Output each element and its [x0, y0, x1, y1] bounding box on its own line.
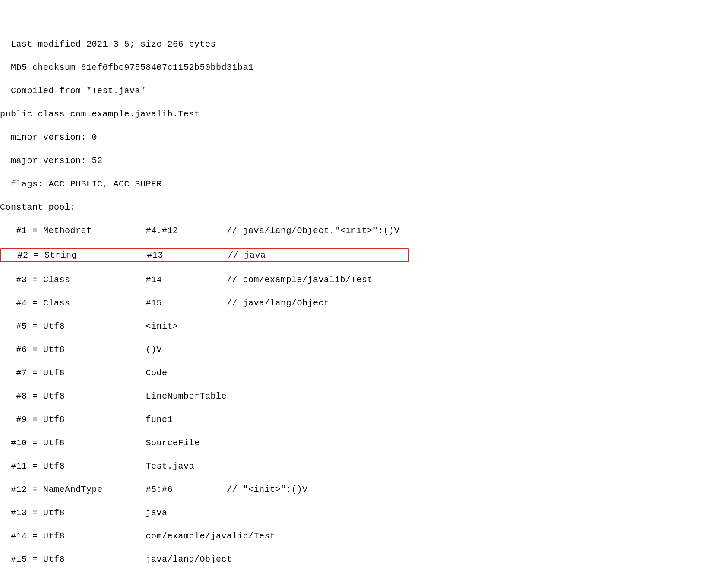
cp-entry-2: #2 = String #13 // java [1, 249, 406, 261]
constant-pool-header: Constant pool: [0, 201, 728, 213]
cp-entry-6: #6 = Utf8 ()V [0, 344, 728, 356]
header-compiled-from: Compiled from "Test.java" [0, 85, 728, 97]
cp-entry-5: #5 = Utf8 <init> [0, 321, 728, 332]
cp-entry-15: #15 = Utf8 java/lang/Object [0, 554, 728, 565]
open-brace: { [0, 577, 728, 579]
cp-entry-8: #8 = Utf8 LineNumberTable [0, 390, 728, 402]
cp-entry-4: #4 = Class #15 // java/lang/Object [0, 297, 728, 309]
cp-entry-13: #13 = Utf8 java [0, 507, 728, 519]
minor-version: minor version: 0 [0, 132, 728, 143]
cp-entry-14: #14 = Utf8 com/example/javalib/Test [0, 530, 728, 542]
cp-entry-10: #10 = Utf8 SourceFile [0, 437, 728, 449]
class-flags: flags: ACC_PUBLIC, ACC_SUPER [0, 178, 728, 190]
class-declaration: public class com.example.javalib.Test [0, 108, 728, 120]
cp-entry-7: #7 = Utf8 Code [0, 367, 728, 379]
cp-entry-11: #11 = Utf8 Test.java [0, 460, 728, 472]
cp-entry-1: #1 = Methodref #4.#12 // java/lang/Objec… [0, 225, 728, 236]
cp-entry-9: #9 = Utf8 func1 [0, 414, 728, 425]
header-md5: MD5 checksum 61ef6fbc97558407c1152b50bbd… [0, 62, 728, 73]
major-version: major version: 52 [0, 155, 728, 167]
highlight-cp2: #2 = String #13 // java [0, 248, 409, 262]
cp-entry-12: #12 = NameAndType #5:#6 // "<init>":()V [0, 484, 728, 495]
cp-entry-3: #3 = Class #14 // com/example/javalib/Te… [0, 274, 728, 286]
header-last-modified: Last modified 2021-3-5; size 266 bytes [0, 38, 728, 50]
